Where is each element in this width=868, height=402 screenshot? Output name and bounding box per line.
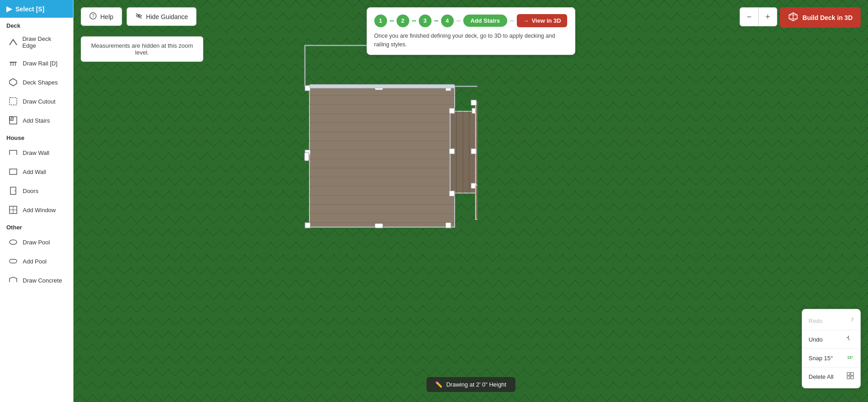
draw-cutout-icon (8, 96, 18, 106)
svg-marker-4 (10, 79, 17, 86)
snap-action[interactable]: Snap 15° 15° (802, 350, 860, 366)
zoom-in-icon: + (765, 12, 770, 22)
add-wall-icon (8, 167, 18, 177)
sidebar-item-doors[interactable]: Doors (2, 182, 71, 200)
sidebar-item-add-pool[interactable]: Add Pool (2, 252, 71, 270)
help-icon: ? (89, 12, 97, 21)
step-line-1 (390, 20, 394, 21)
bottom-right-panel: Redo Undo Snap 15° 15° Delete All (802, 309, 861, 388)
svg-rect-84 (847, 376, 850, 379)
add-stairs-icon (8, 115, 18, 125)
sidebar-item-draw-wall[interactable]: Draw Wall (2, 144, 71, 162)
view-3d-button[interactable]: → View in 3D (517, 14, 568, 27)
sidebar-item-label: Draw Pool (23, 239, 50, 246)
svg-rect-5 (10, 98, 17, 105)
undo-icon (847, 335, 854, 344)
svg-rect-70 (471, 149, 476, 154)
svg-rect-16 (10, 259, 17, 263)
svg-rect-0 (10, 62, 17, 63)
step-4: 4 (441, 15, 454, 27)
delete-all-label: Delete All (809, 373, 834, 380)
add-stairs-button[interactable]: Add Stairs (463, 15, 507, 27)
view-3d-label: View in 3D (532, 17, 561, 24)
cursor-icon: ▶ (6, 5, 12, 13)
svg-rect-57 (449, 149, 455, 154)
build-3d-button[interactable]: Build Deck in 3D (780, 7, 861, 28)
undo-label: Undo (809, 336, 823, 343)
snap-label: Snap 15° (809, 355, 833, 362)
sidebar-item-label: Draw Concrete (23, 277, 62, 284)
svg-rect-49 (304, 153, 309, 161)
doors-icon (8, 186, 18, 196)
hide-guidance-icon (135, 12, 142, 21)
zoom-controls: − + (740, 7, 777, 26)
top-bar: ? Help Hide Guidance (81, 7, 196, 26)
sidebar-item-draw-deck-edge[interactable]: Draw Deck Edge (2, 31, 71, 53)
help-label: Help (100, 13, 113, 20)
sidebar-item-draw-cutout[interactable]: Draw Cutout (2, 92, 71, 110)
sidebar-item-draw-rail[interactable]: Draw Rail [D] (2, 54, 71, 72)
build-3d-label: Build Deck in 3D (803, 14, 853, 21)
undo-action[interactable]: Undo (802, 332, 860, 347)
svg-rect-45 (305, 223, 310, 228)
svg-rect-85 (851, 376, 853, 379)
svg-rect-80 (309, 84, 455, 88)
delete-all-action[interactable]: Delete All (802, 369, 860, 384)
step-2: 2 (397, 15, 409, 27)
sidebar-item-label: Draw Cutout (23, 98, 55, 105)
step-line-2 (412, 20, 416, 21)
sidebar-item-label: Draw Rail [D] (23, 60, 58, 67)
step-line-5 (510, 20, 514, 21)
svg-rect-26 (309, 86, 455, 227)
svg-point-15 (10, 240, 17, 244)
measurement-note-text: Measurements are hidden at this zoom lev… (91, 42, 193, 56)
sidebar-item-draw-concrete[interactable]: Draw Concrete (2, 271, 71, 289)
sidebar-item-draw-pool[interactable]: Draw Pool (2, 233, 71, 251)
sidebar-item-add-stairs[interactable]: Add Stairs (2, 111, 71, 129)
zoom-in-button[interactable]: + (759, 8, 777, 26)
drawing-status-text: Drawing at 2' 0" Height (446, 381, 506, 388)
draw-pool-icon (8, 237, 18, 247)
deck-shapes-icon (8, 77, 18, 87)
main-canvas: ? Help Hide Guidance 1 2 3 4 Add Stairs … (74, 0, 868, 402)
zoom-out-icon: − (747, 12, 752, 22)
svg-rect-59 (476, 102, 477, 186)
snap-icon: 15° (847, 353, 854, 362)
delete-all-icon (847, 372, 854, 381)
sidebar-item-deck-shapes[interactable]: Deck Shapes (2, 73, 71, 91)
deck-section-label: Deck (0, 18, 73, 31)
sidebar-item-add-wall[interactable]: Add Wall (2, 163, 71, 181)
sidebar-item-label: Add Stairs (23, 117, 50, 124)
draw-rail-icon (8, 58, 18, 68)
sidebar-item-label: Doors (23, 188, 39, 194)
guidance-steps: 1 2 3 4 Add Stairs → View in 3D (374, 14, 568, 27)
sidebar-item-add-window[interactable]: Add Window (2, 201, 71, 219)
svg-rect-55 (449, 108, 455, 114)
svg-line-20 (136, 13, 142, 19)
view-3d-arrow-icon: → (523, 17, 529, 24)
svg-text:?: ? (92, 14, 94, 19)
step-line-3 (434, 20, 438, 21)
guidance-tooltip: 1 2 3 4 Add Stairs → View in 3D Once you… (367, 7, 575, 55)
zoom-out-button[interactable]: − (740, 8, 758, 26)
sidebar-item-label: Draw Wall (23, 149, 49, 156)
redo-icon (847, 316, 854, 325)
add-pool-icon (8, 256, 18, 266)
help-button[interactable]: ? Help (81, 7, 122, 26)
hide-guidance-label: Hide Guidance (146, 13, 188, 20)
build-3d-icon (788, 12, 798, 23)
select-tool-btn[interactable]: ▶ Select [S] (0, 0, 73, 18)
sidebar-item-label: Add Wall (23, 169, 46, 175)
svg-rect-73 (476, 185, 477, 219)
svg-rect-48 (375, 223, 383, 228)
guidance-body-text: Once you are finished defining your deck… (374, 32, 568, 49)
sidebar-item-label: Add Window (23, 207, 56, 213)
svg-rect-46 (446, 223, 451, 228)
deck-svg (151, 41, 477, 236)
hide-guidance-button[interactable]: Hide Guidance (127, 7, 197, 26)
draw-deck-edge-icon (8, 37, 18, 47)
draw-wall-icon (8, 148, 18, 158)
action-divider-3 (802, 367, 860, 367)
action-divider-1 (802, 330, 860, 330)
svg-rect-7 (10, 117, 13, 120)
